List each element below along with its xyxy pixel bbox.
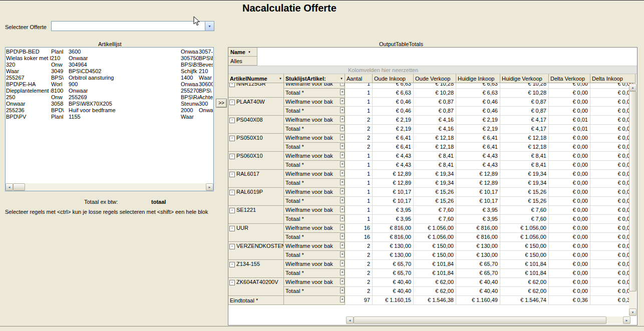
pivot-row[interactable]: Totaal *+1€ 0,46€ 0,87€ 0,46€ 0,87€ 0,00…	[284, 107, 635, 116]
expand-icon[interactable]: +	[340, 287, 345, 293]
expand-icon[interactable]: +	[340, 152, 345, 158]
expand-icon[interactable]: +	[340, 170, 345, 176]
stuklijst-cell[interactable]: Wielframe voor bak+	[284, 206, 345, 215]
dropdown-arrow-icon[interactable]: ▼	[340, 75, 343, 83]
scroll-right-button[interactable]: ►	[623, 316, 630, 324]
list-item[interactable]: 255236BPD\Huif voor bedframe2000Onwa	[6, 107, 213, 114]
stuklijst-cell[interactable]: Wielframe voor bak+	[284, 116, 345, 125]
collapse-icon[interactable]: -	[229, 208, 235, 213]
offerte-combobox-value[interactable]	[52, 22, 205, 31]
dropdown-arrow-icon[interactable]: ▼	[279, 75, 282, 83]
expand-icon[interactable]: +	[340, 107, 345, 113]
expand-icon[interactable]: +	[340, 134, 345, 140]
pivot-row[interactable]: Wielframe voor bak+1€ 12,89€ 19,34€ 12,8…	[284, 170, 635, 179]
scrollbar-thumb[interactable]	[13, 183, 25, 191]
column-header-delta-verkoop[interactable]: Delta Verkoop	[549, 74, 590, 83]
scrollbar-track[interactable]	[25, 183, 206, 191]
transfer-button[interactable]: >>	[216, 99, 227, 108]
list-item[interactable]: 255267BPS\Orbitrol aansturing1400Waar	[6, 75, 213, 81]
list-item[interactable]: BPD\PE-HAWorl900Onwaa30600	[6, 81, 213, 88]
collapse-icon[interactable]: -	[229, 172, 235, 177]
pivot-row[interactable]: Wielframe voor bak+1€ 10,17€ 15,26€ 10,1…	[284, 188, 635, 197]
collapse-icon[interactable]: -	[229, 190, 235, 195]
expand-icon[interactable]: +	[340, 233, 345, 239]
pivot-row[interactable]: Totaal *+2€ 40,40€ 62,00€ 40,40€ 62,00€ …	[284, 287, 635, 296]
collapse-icon[interactable]: -	[229, 154, 235, 159]
pivot-row[interactable]: Wielframe voor bak+2€ 2,19€ 4,16€ 2,19€ …	[284, 116, 635, 125]
pivot-horizontal-scrollbar[interactable]: ◄ ►	[346, 316, 630, 324]
stuklijst-cell[interactable]: Totaal *+	[284, 143, 345, 152]
column-header-delta-inkoop[interactable]: Delta Inkoop	[590, 74, 635, 83]
collapse-icon[interactable]: -	[229, 83, 235, 87]
stuklijst-cell[interactable]: Totaal *+	[284, 179, 345, 188]
scroll-down-button[interactable]: ▼	[629, 308, 636, 316]
pivot-row[interactable]: Wielframe voor bak+1€ 6,63€ 10,28€ 6,63€…	[284, 83, 635, 89]
stuklijst-cell[interactable]: Wielframe voor bak+	[284, 278, 345, 287]
expand-icon[interactable]: +	[340, 278, 345, 284]
collapse-icon[interactable]: -	[229, 136, 235, 141]
artikellijst-listbox[interactable]: BPD\PB-BEDPlanl3600Onwaa3057-Wielas koke…	[5, 47, 214, 191]
stuklijst-cell[interactable]: Totaal *+	[284, 233, 345, 242]
scrollbar-track[interactable]	[606, 316, 623, 324]
scrollbar-thumb[interactable]	[629, 91, 636, 291]
name-filter-value[interactable]: Alles	[228, 57, 257, 66]
scroll-left-button[interactable]: ◄	[6, 183, 13, 191]
collapse-icon[interactable]: -	[229, 118, 235, 123]
stuklijst-cell[interactable]: Wielframe voor bak+	[284, 170, 345, 179]
expand-icon[interactable]: +	[340, 197, 345, 203]
list-item[interactable]: BPD\PVPlanl1155Waar	[6, 114, 213, 120]
name-filter-field[interactable]: Name ▼	[228, 48, 257, 57]
stuklijst-cell[interactable]: Wielframe voor bak+	[284, 83, 345, 89]
expand-icon[interactable]: +	[340, 242, 345, 248]
artikel-cell[interactable]: -NNR125GR	[228, 83, 284, 98]
stuklijst-cell[interactable]: Wielframe voor bak+	[284, 242, 345, 251]
stuklijst-cell[interactable]: Totaal *+	[284, 197, 345, 206]
offerte-combobox[interactable]: ▼	[51, 21, 214, 31]
pivot-row[interactable]: Wielframe voor bak+1€ 4,43€ 8,41€ 4,43€ …	[284, 152, 635, 161]
pivot-row[interactable]: Wielframe voor bak+2€ 40,40€ 62,00€ 40,4…	[284, 278, 635, 287]
pivot-row[interactable]: Wielframe voor bak+16€ 816,00€ 1.056,00€…	[284, 224, 635, 233]
stuklijst-cell[interactable]: Wielframe voor bak+	[284, 98, 345, 107]
expand-icon[interactable]: +	[340, 83, 345, 86]
column-header-huidige-verkoop[interactable]: Huidige Verkoop	[500, 74, 549, 83]
artikel-cell[interactable]: -UUR	[228, 224, 284, 242]
listbox-horizontal-scrollbar[interactable]: ◄ ►	[6, 183, 213, 191]
pivot-row[interactable]: Wielframe voor bak+1€ 0,46€ 0,87€ 0,46€ …	[284, 98, 635, 107]
stuklijst-cell[interactable]: Totaal *+	[284, 269, 345, 278]
expand-icon[interactable]: +	[340, 89, 345, 95]
column-header-huidige-inkoop[interactable]: Huidige Inkoop	[456, 74, 500, 83]
artikel-cell[interactable]: -ZK604AT40200V	[228, 278, 284, 296]
grand-total-row[interactable]: Eindtotaal *+97€ 1.160,15€ 1.546,38€ 1.1…	[228, 296, 637, 305]
stuklijst-cell[interactable]: Totaal *+	[284, 107, 345, 116]
collapse-icon[interactable]: -	[229, 226, 235, 231]
list-item[interactable]: Wielas koker met la210Onwaar305750BPS\B	[6, 55, 213, 62]
column-header-aantal[interactable]: Aantal	[345, 74, 373, 83]
stuklijst-cell[interactable]: Totaal *+	[284, 287, 345, 296]
pivot-row[interactable]: Wielframe voor bak+2€ 6,41€ 12,18€ 6,41€…	[284, 134, 635, 143]
list-item[interactable]: 250Onw255269BPS\RAAchte	[6, 94, 213, 101]
artikel-cell[interactable]: -RAL6017	[228, 170, 284, 188]
expand-icon[interactable]: +	[340, 206, 345, 212]
pivot-row[interactable]: Wielframe voor bak+2€ 130,00€ 150,00€ 13…	[284, 242, 635, 251]
expand-icon[interactable]: +	[340, 224, 345, 230]
list-item[interactable]: Onwaar3058BPS\W8X70X205Steunw300	[6, 101, 213, 107]
scroll-left-button[interactable]: ◄	[346, 316, 354, 324]
expand-icon[interactable]: +	[340, 161, 345, 167]
expand-icon[interactable]: +	[340, 179, 345, 185]
stuklijst-cell[interactable]: Totaal *+	[284, 161, 345, 170]
expand-icon[interactable]: +	[340, 269, 345, 275]
stuklijst-cell[interactable]: Wielframe voor bak+	[284, 188, 345, 197]
combobox-dropdown-button[interactable]: ▼	[205, 22, 214, 31]
artikel-cell[interactable]: -SE1221	[228, 206, 284, 224]
column-header-stuklijstartikel-[interactable]: StuklijstArtikel:▼	[284, 74, 345, 83]
pivot-row[interactable]: Totaal *+1€ 12,89€ 19,34€ 12,89€ 19,34€ …	[284, 179, 635, 188]
pivot-row[interactable]: Totaal *+1€ 4,43€ 8,41€ 4,43€ 8,41€ 0,00…	[284, 161, 635, 170]
scroll-up-button[interactable]: ▲	[629, 84, 636, 91]
scrollbar-thumb[interactable]	[354, 316, 606, 324]
pivot-row[interactable]: Wielframe voor bak+2€ 65,70€ 101,84€ 65,…	[284, 260, 635, 269]
list-item[interactable]: 320Onw304964BPS\BSBeves	[6, 62, 213, 68]
scroll-right-button[interactable]: ►	[206, 183, 213, 191]
dropdown-arrow-icon[interactable]: ▼	[248, 51, 251, 54]
pivot-row[interactable]: Totaal *+16€ 816,00€ 1.056,00€ 816,00€ 1…	[284, 233, 635, 242]
pivot-row[interactable]: Totaal *+1€ 6,63€ 10,28€ 6,63€ 10,28€ 0,…	[284, 89, 635, 98]
